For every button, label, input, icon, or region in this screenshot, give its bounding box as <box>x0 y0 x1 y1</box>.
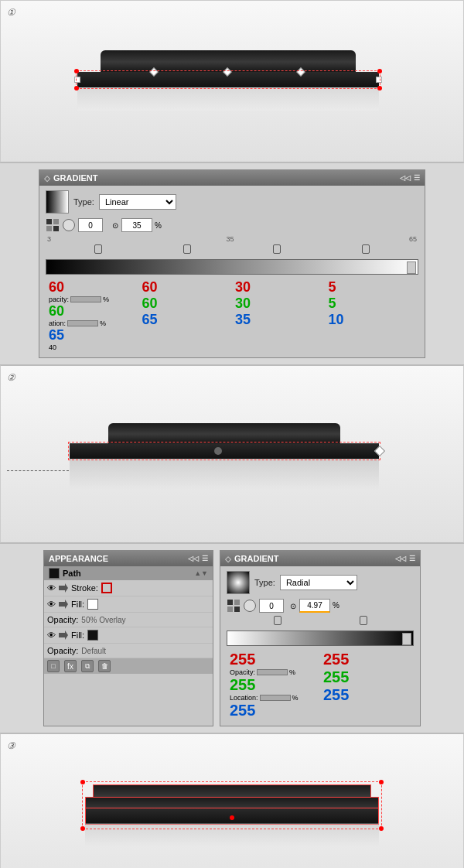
scroll-arrows[interactable]: ▲▼ <box>194 569 208 577</box>
eye-icon-3[interactable]: 👁 <box>47 630 56 640</box>
delete-icon[interactable]: 🗑 <box>98 660 111 672</box>
appearance-panel-header: APPEARANCE ◁◁ ☰ <box>44 551 213 566</box>
svg-marker-4 <box>59 583 68 593</box>
appearance-bottom-bar: □ fx ⧉ 🗑 <box>44 658 213 674</box>
lock-icons-row <box>46 244 418 256</box>
sel-handle-tr[interactable] <box>379 780 384 784</box>
angle-input-2[interactable]: 0 <box>259 599 284 613</box>
gradient-bar-container: 3 35 65 <box>46 235 418 275</box>
slider-row-r: Opacity: % <box>230 668 295 676</box>
selection-border-1 <box>76 70 380 89</box>
stop-labels: 3 35 65 <box>46 235 418 244</box>
b-val-radial-1: 255 <box>230 702 255 719</box>
panel-collapse-icons-2[interactable]: ◁◁ ☰ <box>395 555 415 562</box>
opacity-slider-2[interactable] <box>257 669 288 675</box>
lock-icon-2[interactable] <box>274 616 281 625</box>
selection-handle[interactable] <box>377 86 382 91</box>
fill-row-1: 👁 Fill: <box>44 596 213 613</box>
selection-handle[interactable] <box>377 69 382 73</box>
lock-icon[interactable] <box>362 244 370 254</box>
shelf-reflection <box>77 87 379 111</box>
copy-icon[interactable]: ⧉ <box>81 660 94 672</box>
stop-label-left: 3 <box>47 235 51 243</box>
delete-stop-2[interactable] <box>402 633 411 645</box>
angle-input[interactable]: 0 <box>78 218 103 232</box>
section-1: ① <box>0 0 464 162</box>
gradient-bar[interactable] <box>46 259 418 275</box>
slider-row-g: Location: % <box>230 694 299 702</box>
lock-icon[interactable] <box>273 244 281 254</box>
delete-gradient-stop[interactable] <box>407 261 416 274</box>
extra-val: 40 <box>49 343 56 351</box>
percent-input[interactable]: 35 <box>121 218 152 232</box>
slider-row: ation: % <box>49 320 106 327</box>
fx-icon[interactable]: fx <box>64 660 77 672</box>
opacity-lbl: Opacity: <box>230 668 255 676</box>
stroke-row: 👁 Stroke: <box>44 580 213 596</box>
fill-swatch-1[interactable] <box>87 599 98 610</box>
opacity-slider[interactable] <box>70 296 101 302</box>
section-3: ③ Ctrl + G <box>0 733 464 868</box>
type-label: Type: <box>73 197 94 207</box>
r-value-1: 60 <box>49 279 64 296</box>
shelf-reflection-2 <box>70 459 379 490</box>
section-2: ② <box>0 365 464 543</box>
location-label: ation: <box>49 320 66 327</box>
opacity-label-2: Opacity: <box>47 646 78 655</box>
selection-handle[interactable] <box>74 69 79 73</box>
svg-rect-7 <box>227 600 233 605</box>
selection-handle[interactable] <box>74 86 79 91</box>
color-col-radial-1: 255 Opacity: % 255 Location: % 255 <box>227 649 320 721</box>
location-slider[interactable] <box>67 320 98 326</box>
radial-preview <box>227 571 250 594</box>
panel-collapse-icons[interactable]: ◁◁ ☰ <box>400 174 420 182</box>
stop-label-mid2: 65 <box>409 235 417 243</box>
canvas-area-2 <box>39 408 425 516</box>
b-value-1: 65 <box>49 327 64 343</box>
eye-icon[interactable]: 👁 <box>47 583 56 593</box>
focal-percent: % <box>333 601 339 610</box>
opacity-row-2: Opacity: Default <box>44 644 213 658</box>
svg-rect-10 <box>234 607 240 612</box>
g-value-1: 60 <box>49 303 64 320</box>
eye-icon-2[interactable]: 👁 <box>47 600 56 609</box>
color-col-radial-2: 255 255 255 <box>320 649 414 721</box>
percent-symbol: % <box>155 221 162 230</box>
lock-icon[interactable] <box>94 244 102 254</box>
canvas-area-1 <box>62 43 402 135</box>
gradient-panel-2-title: GRADIENT <box>234 554 278 563</box>
type-select[interactable]: Linear Radial <box>99 194 176 210</box>
fill-swatch-2[interactable] <box>87 630 98 641</box>
svg-rect-8 <box>234 600 240 605</box>
location-slider-2[interactable] <box>260 695 291 701</box>
appearance-path-row: Path ▲▼ <box>44 566 213 580</box>
sel-handle-tl[interactable] <box>80 780 85 784</box>
g-value-2: 60 <box>142 296 158 312</box>
arrow-icon <box>59 583 68 593</box>
arrow-icon-2 <box>59 600 68 609</box>
sel-handle-br[interactable] <box>379 826 384 831</box>
gradient-panel-2: ◇ GRADIENT ◁◁ ☰ Type: Radial Linear <box>220 550 421 726</box>
gradient-panel-2-header: ◇ GRADIENT ◁◁ ☰ <box>220 551 420 566</box>
lock-icon-2b[interactable] <box>360 616 367 625</box>
stroke-icon[interactable] <box>101 583 112 593</box>
gradient-end-handle[interactable] <box>374 446 385 456</box>
gradient-bar-2[interactable] <box>227 630 414 646</box>
add-icon[interactable]: □ <box>47 660 60 672</box>
focal-input[interactable]: 4.97 <box>299 599 330 613</box>
lock-icon[interactable] <box>183 244 191 254</box>
gradient-panel-body: Type: Linear Radial 0 ⊙ 35 % <box>39 186 425 357</box>
type-select-2[interactable]: Radial Linear <box>280 575 357 590</box>
angle-icon-2 <box>244 600 256 612</box>
gradient-panel-1: ◇ GRADIENT ◁◁ ☰ Type: Linear Radial <box>39 169 425 358</box>
arrow-icon-3 <box>59 630 68 640</box>
r-val-radial-1: 255 <box>230 651 255 668</box>
opacity-value-1: 50% Overlay <box>81 616 125 624</box>
panel-collapse-icons[interactable]: ◁◁ ☰ <box>188 555 208 562</box>
center-dot <box>230 815 234 820</box>
gradient-center-handle[interactable] <box>214 447 222 455</box>
path-icon <box>49 568 60 579</box>
sel-handle-bl[interactable] <box>80 826 85 831</box>
percent-container: 35 % <box>121 218 162 232</box>
b-val-radial-2: 255 <box>323 686 349 704</box>
